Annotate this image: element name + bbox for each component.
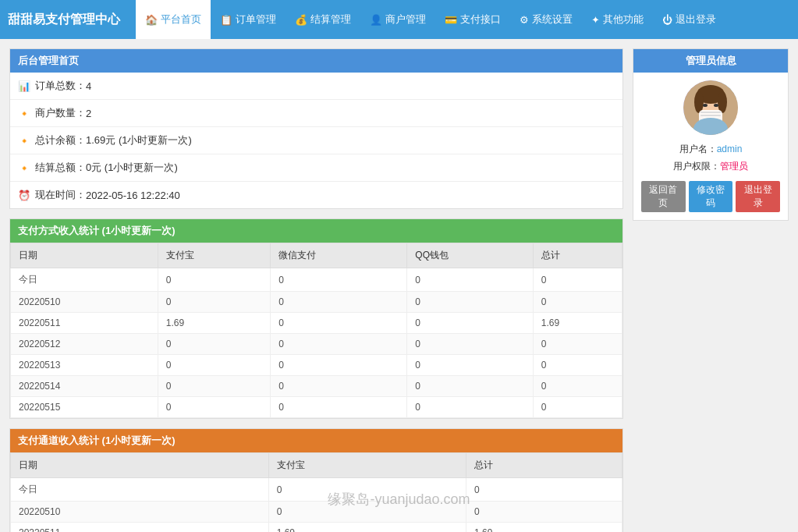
nav-label-7: 退出登录	[676, 12, 716, 27]
info-row-2: 🔸总计余额：1.69元 (1小时更新一次)	[10, 127, 622, 154]
table-row: 2022051000	[11, 502, 622, 523]
stat-label-4: 现在时间：	[35, 188, 86, 202]
table-cell-4-0: 20220513	[11, 355, 158, 376]
col-header-0: 日期	[11, 243, 158, 268]
channel-stats-thead: 日期支付宝总计	[11, 453, 622, 478]
table-cell-5-1: 0	[158, 376, 271, 397]
table-cell-5-3: 0	[407, 376, 534, 397]
svg-rect-6	[700, 112, 721, 113]
table-row: 202205100000	[11, 292, 622, 313]
main-nav: 🏠平台首页📋订单管理💰结算管理👤商户管理💳支付接口⚙系统设置✦其他功能⏻退出登录	[136, 0, 725, 39]
dashboard-card-header: 后台管理首页	[10, 49, 622, 73]
stat-icon-0: 📊	[18, 80, 30, 92]
nav-label-2: 结算管理	[310, 12, 351, 27]
dashboard-stats: 📊订单总数：4🔸商户数量：2🔸总计余额：1.69元 (1小时更新一次)🔸结算总额…	[10, 73, 622, 208]
nav-icon-6: ✦	[591, 14, 600, 26]
stat-value-0: 4	[86, 80, 91, 92]
table-cell-4-2: 0	[271, 355, 407, 376]
stat-label-1: 商户数量：	[35, 106, 86, 120]
payment-stats-header: 支付方式收入统计 (1小时更新一次)	[10, 219, 622, 243]
payment-stats-card: 支付方式收入统计 (1小时更新一次) 日期支付宝微信支付QQ钱包总计 今日000…	[9, 218, 623, 419]
table-cell-1-1: 0	[268, 502, 466, 523]
nav-icon-0: 🏠	[145, 14, 158, 26]
table-cell-2-0: 20220511	[11, 313, 158, 334]
admin-username-link[interactable]: admin	[717, 144, 743, 154]
svg-point-4	[718, 91, 727, 113]
payment-stats-tbody: 今日0000202205100000202205111.69001.692022…	[11, 268, 622, 418]
channel-stats-table: 日期支付宝总计 今日002022051000202205111.691.69	[10, 452, 622, 532]
stat-icon-3: 🔸	[18, 162, 30, 174]
nav-icon-7: ⏻	[662, 14, 672, 26]
admin-info: 用户名：admin 用户权限：管理员	[641, 141, 780, 175]
svg-rect-7	[700, 115, 721, 116]
table-cell-4-3: 0	[407, 355, 534, 376]
logout-button[interactable]: 退出登录	[736, 181, 780, 212]
nav-label-3: 商户管理	[385, 12, 426, 27]
stat-value-2: 1.69元 (1小时更新一次)	[86, 133, 192, 147]
main-content: 后台管理首页 📊订单总数：4🔸商户数量：2🔸总计余额：1.69元 (1小时更新一…	[0, 39, 798, 532]
stat-icon-1: 🔸	[18, 108, 30, 119]
info-row-0: 📊订单总数：4	[10, 73, 622, 100]
nav-item-7[interactable]: ⏻退出登录	[653, 0, 725, 39]
nav-item-2[interactable]: 💰结算管理	[286, 0, 360, 39]
admin-card: 管理员信息	[633, 48, 789, 221]
table-cell-0-2: 0	[271, 268, 407, 292]
table-cell-0-4: 0	[533, 268, 622, 292]
table-cell-0-2: 0	[466, 478, 622, 502]
table-cell-1-0: 20220510	[11, 292, 158, 313]
table-cell-2-2: 1.69	[466, 523, 622, 533]
table-cell-1-2: 0	[466, 502, 622, 523]
table-cell-3-2: 0	[271, 334, 407, 355]
dashboard-card: 后台管理首页 📊订单总数：4🔸商户数量：2🔸总计余额：1.69元 (1小时更新一…	[9, 48, 623, 209]
table-cell-6-0: 20220515	[11, 397, 158, 418]
admin-buttons: 返回首页 修改密码 退出登录	[641, 181, 780, 212]
table-cell-6-3: 0	[407, 397, 534, 418]
nav-item-0[interactable]: 🏠平台首页	[136, 0, 211, 39]
nav-item-6[interactable]: ✦其他功能	[582, 0, 653, 39]
table-cell-2-0: 20220511	[11, 523, 269, 533]
nav-icon-4: 💳	[445, 14, 457, 26]
change-password-button[interactable]: 修改密码	[689, 181, 733, 212]
nav-item-4[interactable]: 💳支付接口	[435, 0, 510, 39]
stat-value-1: 2	[86, 108, 91, 119]
channel-stats-card: 支付通道收入统计 (1小时更新一次) 日期支付宝总计 今日00202205100…	[9, 428, 623, 532]
table-cell-0-0: 今日	[11, 478, 269, 502]
table-cell-0-1: 0	[268, 478, 466, 502]
admin-card-title: 管理员信息	[633, 49, 788, 73]
left-column: 后台管理首页 📊订单总数：4🔸商户数量：2🔸总计余额：1.69元 (1小时更新一…	[9, 48, 623, 532]
svg-point-3	[694, 91, 704, 113]
admin-role-row: 用户权限：管理员	[641, 158, 780, 176]
stat-label-3: 结算总额：	[35, 161, 86, 175]
payment-stats-thead: 日期支付宝微信支付QQ钱包总计	[11, 243, 622, 268]
admin-role-link[interactable]: 管理员	[720, 161, 748, 172]
nav-item-5[interactable]: ⚙系统设置	[510, 0, 582, 39]
table-cell-0-3: 0	[407, 268, 534, 292]
nav-label-6: 其他功能	[603, 12, 644, 27]
table-cell-3-4: 0	[533, 334, 622, 355]
table-cell-5-0: 20220514	[11, 376, 158, 397]
avatar	[683, 80, 738, 135]
nav-icon-2: 💰	[295, 14, 307, 26]
table-row: 202205111.691.69	[11, 523, 622, 533]
table-row: 202205120000	[11, 334, 622, 355]
table-cell-3-0: 20220512	[11, 334, 158, 355]
channel-stats-tbody: 今日002022051000202205111.691.69	[11, 478, 622, 533]
nav-item-1[interactable]: 📋订单管理	[211, 0, 286, 39]
nav-item-3[interactable]: 👤商户管理	[360, 0, 435, 39]
table-row: 202205150000	[11, 397, 622, 418]
info-row-4: ⏰现在时间：2022-05-16 12:22:40	[10, 182, 622, 208]
table-cell-2-1: 1.69	[268, 523, 466, 533]
avatar-image	[683, 80, 738, 135]
header: 甜甜易支付管理中心 🏠平台首页📋订单管理💰结算管理👤商户管理💳支付接口⚙系统设置…	[0, 0, 798, 39]
stat-icon-2: 🔸	[18, 135, 30, 147]
svg-point-9	[714, 104, 718, 107]
col-header-2: 微信支付	[271, 243, 407, 268]
table-cell-2-1: 1.69	[158, 313, 271, 334]
table-row: 202205111.69001.69	[11, 313, 622, 334]
admin-role-label: 用户权限：	[673, 161, 720, 172]
admin-username-label: 用户名：	[679, 144, 717, 154]
table-cell-5-4: 0	[533, 376, 622, 397]
info-row-3: 🔸结算总额：0元 (1小时更新一次)	[10, 154, 622, 182]
table-cell-5-2: 0	[271, 376, 407, 397]
return-home-button[interactable]: 返回首页	[641, 181, 686, 212]
